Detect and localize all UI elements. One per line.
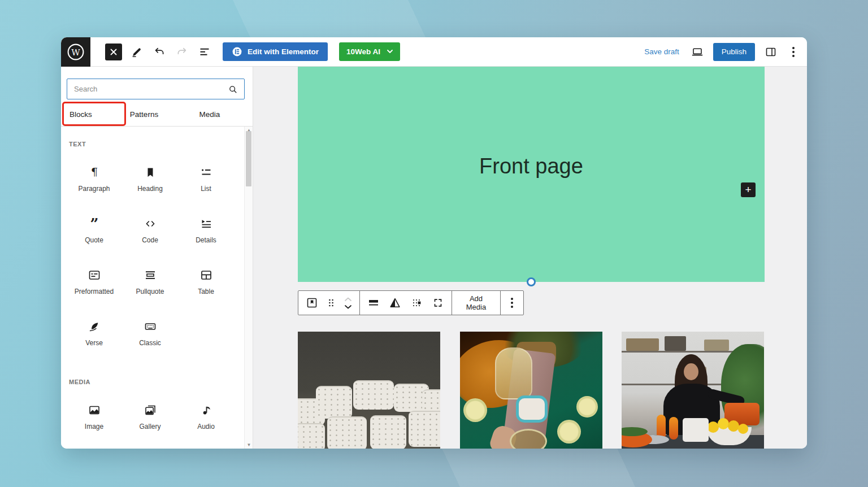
photo-shape [665,336,686,351]
block-item-code[interactable]: Code [122,215,178,251]
content-position-button[interactable] [406,292,427,314]
align-icon [367,296,380,310]
move-up-button[interactable] [344,295,353,303]
transform-cover-button[interactable] [301,292,323,314]
svg-text:W: W [71,47,80,58]
code-icon [144,215,157,233]
scrollbar-down-arrow[interactable]: ▼ [245,442,253,447]
gallery-image-kitchen[interactable] [622,332,764,449]
photo-shape [316,386,352,419]
tab-patterns[interactable]: Patterns [120,102,168,127]
full-height-icon [431,296,445,310]
pullquote-icon [144,266,157,284]
search-input[interactable] [67,85,227,93]
preformatted-icon [88,266,101,284]
publish-button[interactable]: Publish [713,43,755,61]
content-position-icon [410,296,423,310]
photo-shape [728,420,739,432]
inserter-tabs: Blocks Patterns Media [61,102,253,127]
photo-shape [463,398,487,422]
block-item-details[interactable]: Details [178,215,234,251]
settings-panel-toggle[interactable] [761,42,781,62]
cover-block[interactable]: Front page [298,67,765,282]
tab-media[interactable]: Media [190,102,229,127]
tab-blocks[interactable]: Blocks [70,102,92,127]
block-item-table[interactable]: Table [178,266,234,302]
full-height-toggle-button[interactable] [427,292,449,314]
duotone-filter-icon [388,296,402,310]
block-item-gallery[interactable]: Gallery [122,401,178,437]
gallery-icon [144,401,157,419]
photo-shape [557,420,581,443]
redo-button[interactable] [172,42,192,62]
elementor-icon [232,46,242,57]
block-item-quote[interactable]: ” Quote [66,215,122,251]
tools-button[interactable] [127,42,147,62]
tenweb-ai-button[interactable]: 10Web AI [339,42,400,61]
laptop-preview-icon [691,45,704,59]
image-icon [88,401,101,419]
edit-with-elementor-button[interactable]: Edit with Elementor [223,42,328,61]
toolbar-group-cover [360,291,452,315]
undo-button[interactable] [149,42,170,62]
block-item-list[interactable]: List [178,163,234,199]
list-view-icon [198,45,211,59]
search-icon [227,84,238,95]
block-item-image[interactable]: Image [66,401,122,437]
gallery-image-mugs[interactable] [298,332,440,449]
block-item-audio[interactable]: Audio [178,401,234,437]
save-draft-link[interactable]: Save draft [644,47,679,56]
drag-handle-button[interactable] [323,292,340,314]
scrollbar-track[interactable]: ▲ ▼ [244,127,253,449]
block-item-preformatted[interactable]: Preformatted [66,266,122,302]
wordpress-logo[interactable]: W [61,37,90,67]
block-inserter-panel: Blocks Patterns Media TEXT ¶ Paragraph [61,67,253,449]
block-item-paragraph[interactable]: ¶ Paragraph [66,163,122,199]
list-view-button[interactable] [194,42,215,62]
photo-shape [519,398,545,420]
move-down-button[interactable] [344,303,353,310]
verse-icon [88,318,101,336]
align-button[interactable] [363,292,384,314]
add-media-button[interactable]: Add Media [455,294,497,311]
toolbar-group-options [501,291,523,315]
edit-with-elementor-label: Edit with Elementor [248,47,319,56]
paragraph-icon: ¶ [88,163,101,181]
cover-resize-handle[interactable] [527,277,536,286]
preview-button[interactable] [687,42,708,62]
options-menu-button[interactable] [783,42,804,62]
quote-icon: ” [88,215,101,233]
block-item-classic[interactable]: Classic [122,318,178,354]
editor-canvas: Front page + [253,67,807,449]
photo-shape [495,347,532,399]
section-title-text: TEXT [69,141,86,147]
kebab-menu-icon [792,47,795,57]
audio-icon [199,401,213,419]
wordpress-logo-icon: W [67,43,85,61]
pencil-icon [130,45,144,59]
block-item-pullquote[interactable]: Pullquote [122,266,178,302]
media-blocks-grid: Image Gallery [66,401,234,437]
cover-block-icon [305,296,319,310]
gallery-image-drinks-table[interactable] [460,332,602,449]
wordpress-editor-window: W [61,37,807,449]
block-inserter-plus-button[interactable]: + [741,182,756,197]
drag-handle-icon [324,296,338,310]
inserter-scroll-area: TEXT ¶ Paragraph Heading [61,127,253,449]
editor-top-bar: W [61,37,807,67]
move-block-control [340,295,357,310]
scrollbar-thumb[interactable] [246,131,251,186]
block-item-verse[interactable]: Verse [66,318,122,354]
close-inserter-button[interactable] [105,44,122,60]
settings-panel-icon [764,45,778,59]
kebab-menu-icon [511,298,513,308]
block-item-heading[interactable]: Heading [122,163,178,199]
cover-title[interactable]: Front page [479,154,583,179]
duotone-filter-button[interactable] [384,292,406,314]
photo-shape [370,415,406,449]
text-blocks-grid: ¶ Paragraph Heading [66,163,234,354]
search-box [67,79,245,99]
toolbar-options-button[interactable] [504,292,520,314]
photo-shape [718,418,729,429]
svg-text:¶: ¶ [90,166,97,178]
